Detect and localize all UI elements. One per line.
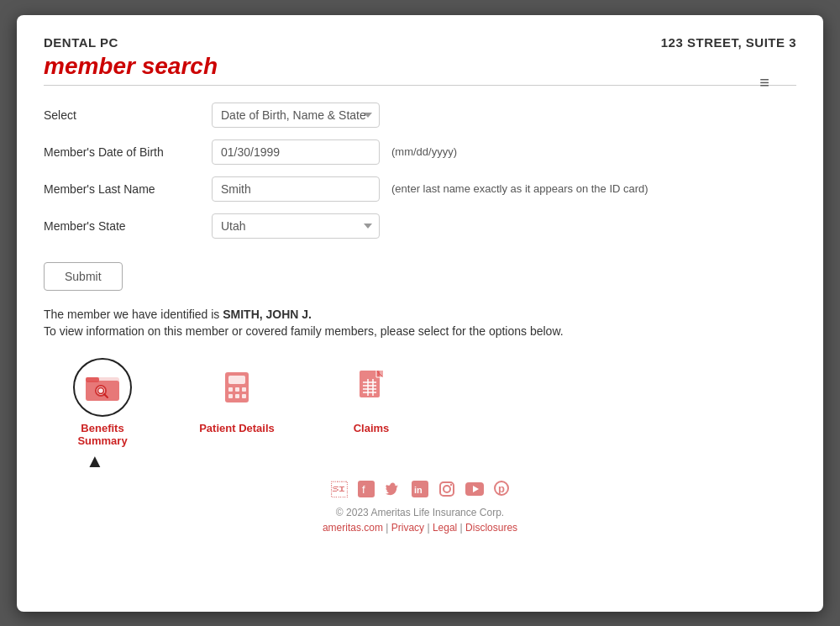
hamburger-icon[interactable]: ≡ — [759, 73, 769, 92]
document-list-icon — [353, 369, 390, 406]
svg-rect-8 — [228, 387, 233, 392]
twitter-icon[interactable] — [385, 481, 402, 502]
folder-search-icon — [84, 369, 121, 406]
svg-rect-13 — [242, 394, 246, 398]
state-dropdown[interactable]: Utah Alabama Alaska Arizona California — [212, 213, 380, 239]
cursor-arrow-icon: ▲ — [86, 450, 104, 472]
select-label: Select — [44, 108, 212, 122]
svg-rect-9 — [235, 387, 239, 392]
last-name-label: Member's Last Name — [44, 182, 212, 196]
select-dropdown[interactable]: Date of Birth, Name & State Member ID Na… — [212, 103, 380, 128]
svg-rect-7 — [228, 376, 245, 384]
pinterest-icon[interactable]: p — [494, 481, 509, 502]
org-name: DENTAL PC — [44, 35, 118, 50]
svg-text:p: p — [498, 482, 505, 495]
last-name-row: Member's Last Name (enter last name exac… — [44, 176, 796, 202]
dob-row: Member's Date of Birth (mm/dd/yyyy) — [44, 139, 796, 165]
svg-rect-11 — [228, 394, 233, 398]
footer:  f in p © 2023 Ameritas Life Insurance … — [44, 481, 796, 534]
linkedin-icon[interactable]: in — [412, 481, 428, 502]
last-name-input[interactable] — [212, 176, 380, 202]
footer-copyright: © 2023 Ameritas Life Insurance Corp. — [44, 507, 796, 518]
benefits-summary-icon-wrapper — [73, 358, 132, 417]
footer-links: ameritas.com | Privacy | Legal | Disclos… — [44, 522, 796, 534]
footer-link-ameritas[interactable]: ameritas.com — [323, 522, 383, 534]
facebook-icon[interactable]:  — [331, 481, 348, 502]
state-row: Member's State Utah Alabama Alaska Arizo… — [44, 213, 796, 239]
state-label: Member's State — [44, 219, 212, 233]
calculator-icon — [218, 369, 255, 406]
dob-input[interactable] — [212, 139, 380, 165]
header-row: DENTAL PC 123 STREET, SUITE 3 — [44, 35, 796, 50]
benefits-summary-action[interactable]: Benefits Summary ▲ — [60, 358, 144, 447]
main-window: DENTAL PC 123 STREET, SUITE 3 member sea… — [17, 15, 823, 612]
svg-rect-22 — [358, 481, 375, 497]
footer-link-privacy[interactable]: Privacy — [391, 522, 424, 534]
submit-button[interactable]: Submit — [44, 262, 123, 291]
last-name-hint: (enter last name exactly as it appears o… — [391, 182, 648, 195]
header-divider — [44, 85, 796, 86]
benefits-summary-label: Benefits Summary — [60, 422, 144, 447]
svg-rect-2 — [86, 377, 99, 382]
facebook-icon[interactable]: f — [358, 481, 375, 502]
patient-details-label: Patient Details — [199, 422, 275, 434]
claims-icon-wrapper — [342, 358, 401, 417]
svg-point-27 — [444, 486, 450, 492]
result-identified: The member we have identified is SMITH, … — [44, 308, 796, 321]
svg-rect-10 — [242, 387, 246, 392]
svg-text:f: f — [362, 483, 365, 496]
action-icons-row: Benefits Summary ▲ Patient Details — [44, 358, 796, 447]
select-row: Select Date of Birth, Name & State Membe… — [44, 103, 796, 128]
svg-rect-15 — [376, 371, 383, 377]
search-form: Select Date of Birth, Name & State Membe… — [44, 103, 796, 239]
instagram-icon[interactable] — [438, 481, 455, 502]
svg-rect-12 — [235, 394, 239, 398]
member-name: SMITH, JOHN J. — [223, 308, 312, 321]
dob-label: Member's Date of Birth — [44, 145, 212, 159]
result-subtext: To view information on this member or co… — [44, 324, 796, 338]
svg-point-28 — [450, 483, 452, 485]
claims-label: Claims — [354, 422, 390, 434]
claims-action[interactable]: Claims — [329, 358, 413, 434]
page-title: member search — [44, 53, 796, 80]
svg-text:in: in — [414, 485, 423, 495]
patient-details-action[interactable]: Patient Details — [195, 358, 279, 434]
dob-hint: (mm/dd/yyyy) — [391, 145, 457, 158]
footer-link-disclosures[interactable]: Disclosures — [465, 522, 517, 534]
footer-link-legal[interactable]: Legal — [433, 522, 457, 534]
org-address: 123 STREET, SUITE 3 — [661, 35, 796, 50]
social-icons-row:  f in p — [44, 481, 796, 502]
youtube-icon[interactable] — [465, 481, 484, 502]
patient-details-icon-wrapper — [207, 358, 266, 417]
